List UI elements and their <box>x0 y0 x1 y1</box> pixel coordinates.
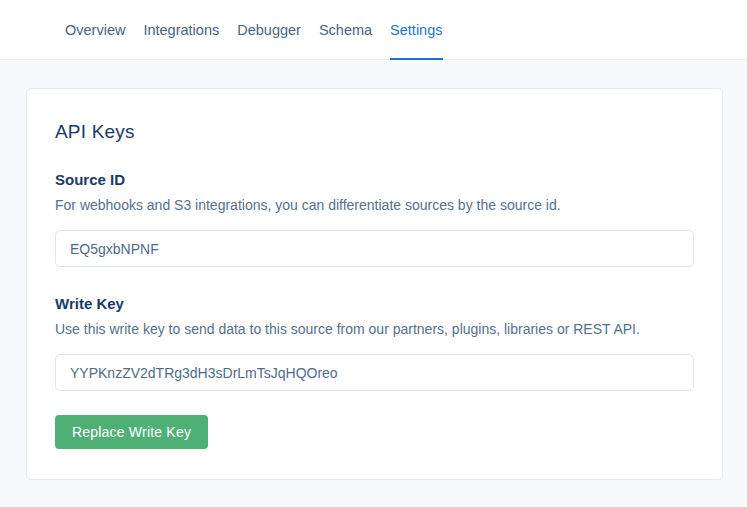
tab-debugger[interactable]: Debugger <box>237 0 301 59</box>
card-title: API Keys <box>55 121 694 143</box>
write-key-label: Write Key <box>55 295 694 312</box>
api-keys-card: API Keys Source ID For webhooks and S3 i… <box>26 88 723 480</box>
top-navigation: Overview Integrations Debugger Schema Se… <box>0 0 747 60</box>
source-id-input[interactable] <box>55 230 694 267</box>
source-id-section: Source ID For webhooks and S3 integratio… <box>55 171 694 267</box>
tab-settings[interactable]: Settings <box>390 0 442 59</box>
tab-overview[interactable]: Overview <box>65 0 125 59</box>
write-key-input[interactable] <box>55 354 694 391</box>
tab-integrations[interactable]: Integrations <box>143 0 219 59</box>
write-key-section: Write Key Use this write key to send dat… <box>55 295 694 391</box>
replace-write-key-button[interactable]: Replace Write Key <box>55 415 208 449</box>
write-key-description: Use this write key to send data to this … <box>55 321 694 337</box>
source-id-label: Source ID <box>55 171 694 188</box>
source-id-description: For webhooks and S3 integrations, you ca… <box>55 197 694 213</box>
tab-schema[interactable]: Schema <box>319 0 372 59</box>
